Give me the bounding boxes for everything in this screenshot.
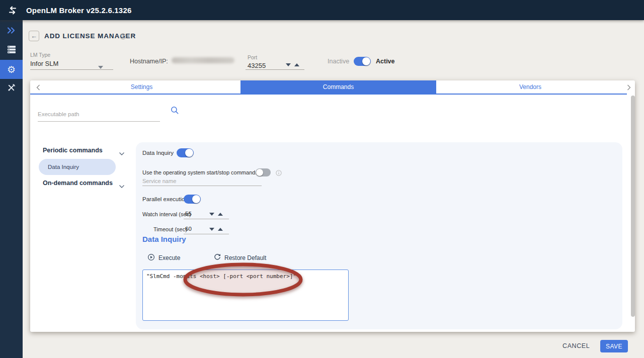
chevron-down-icon[interactable]: [119, 149, 125, 158]
openlm-logo-icon: [8, 6, 18, 15]
os-commands-toggle[interactable]: [256, 168, 271, 176]
tabs-scroll-left[interactable]: [35, 84, 42, 91]
timeout-input[interactable]: 60: [185, 226, 192, 232]
tree-item-data-inquiry[interactable]: Data Inquiry: [39, 159, 116, 175]
search-icon[interactable]: [171, 106, 179, 117]
port-decrement-icon: [286, 63, 291, 66]
sidebar: ⚙: [0, 20, 23, 358]
watch-interval-stepper[interactable]: [209, 213, 223, 216]
watch-interval-label: Watch interval (sec): [142, 211, 191, 217]
restore-default-label: Restore Default: [224, 254, 266, 261]
license-manager-card: Settings Commands Vendors Executable pat…: [30, 80, 635, 332]
execute-label: Execute: [158, 254, 180, 261]
sidebar-item-license-servers[interactable]: [0, 41, 23, 60]
tab-settings[interactable]: Settings: [43, 80, 240, 94]
command-textarea[interactable]: "SlmCmd -mondts <host> [-port <port numb…: [142, 270, 349, 321]
data-inquiry-panel: Data Inquiry Use the operating system st…: [136, 142, 622, 329]
parallel-execution-toggle[interactable]: [184, 195, 201, 204]
parallel-execution-label: Parallel execution: [142, 196, 188, 202]
tools-icon: [7, 83, 16, 94]
watch-interval-input[interactable]: 55: [185, 211, 192, 217]
timeout-underline: [184, 234, 229, 234]
tree-periodic-commands[interactable]: Periodic commands: [43, 147, 103, 154]
gear-icon: ⚙: [7, 65, 16, 74]
lm-type-underline: [30, 69, 113, 70]
app-title: OpenLM Broker v25.2.6.1326: [26, 6, 131, 15]
port-stepper[interactable]: [286, 63, 299, 66]
tab-commands[interactable]: Commands: [240, 80, 436, 94]
play-circle-icon: [147, 253, 155, 262]
increment-icon: [218, 213, 223, 216]
port-underline: [246, 69, 304, 70]
chevron-down-icon[interactable]: [119, 182, 125, 191]
port-label: Port: [248, 54, 257, 60]
increment-icon: [218, 228, 223, 231]
info-icon[interactable]: [120, 33, 126, 42]
refresh-icon: [214, 253, 221, 262]
status-inactive-label: Inactive: [328, 58, 349, 65]
decrement-icon: [209, 228, 214, 231]
data-inquiry-section-title: Data Inquiry: [142, 235, 186, 243]
toggle-knob: [256, 169, 263, 176]
timeout-stepper[interactable]: [209, 228, 223, 231]
decrement-icon: [209, 213, 214, 216]
os-commands-toggle-label: Use the operating system start/stop comm…: [142, 169, 258, 175]
cancel-button[interactable]: CANCEL: [562, 342, 590, 349]
double-chevron-right-icon: [7, 27, 16, 36]
vertical-scrollbar[interactable]: [631, 96, 635, 317]
executable-path-underline: [38, 121, 160, 122]
sidebar-item-settings[interactable]: ⚙: [0, 60, 23, 79]
tabs-scroll-right[interactable]: [625, 84, 632, 91]
openlm-broker-window: OpenLM Broker v25.2.6.1326: [0, 0, 644, 358]
toggle-knob: [362, 57, 370, 65]
restore-default-button[interactable]: Restore Default: [214, 253, 266, 262]
tree-ondemand-commands[interactable]: On-demand commands: [43, 180, 113, 187]
back-button[interactable]: ←: [29, 31, 39, 41]
tab-underline: [30, 94, 627, 95]
tab-vendors[interactable]: Vendors: [436, 80, 624, 94]
server-list-icon: [7, 45, 16, 56]
toggle-knob: [185, 149, 193, 157]
hostname-value-redacted[interactable]: [172, 57, 234, 63]
lm-type-label: LM Type: [30, 52, 50, 58]
port-increment-icon: [294, 63, 299, 66]
hostname-label: Hostname/IP:: [130, 58, 168, 65]
data-inquiry-toggle[interactable]: [177, 148, 194, 157]
save-button[interactable]: SAVE: [600, 340, 628, 352]
data-inquiry-toggle-label: Data Inquiry: [142, 150, 174, 156]
active-toggle[interactable]: [354, 57, 371, 66]
lm-type-select[interactable]: Infor SLM: [30, 60, 58, 67]
executable-path-input[interactable]: Executable path: [38, 111, 79, 117]
sidebar-item-tools[interactable]: [0, 79, 23, 98]
status-active-label: Active: [376, 58, 395, 65]
service-name-underline: [142, 186, 262, 186]
service-name-input[interactable]: Service name: [142, 178, 176, 184]
port-input[interactable]: 43255: [248, 62, 266, 69]
info-icon[interactable]: [276, 169, 282, 178]
execute-button[interactable]: Execute: [147, 253, 180, 262]
watch-interval-underline: [184, 219, 229, 219]
timeout-label: Timeout (sec): [153, 226, 187, 232]
toggle-knob: [192, 195, 200, 203]
sidebar-item-expand[interactable]: [0, 22, 23, 41]
top-bar: OpenLM Broker v25.2.6.1326: [0, 0, 644, 20]
